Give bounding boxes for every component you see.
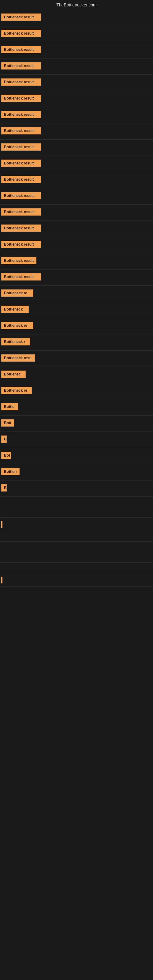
bottleneck-result-bar: Bottleneck result bbox=[1, 127, 41, 134]
bottleneck-result-bar: Bottleneck result bbox=[1, 224, 41, 232]
list-item: Bottleneck re bbox=[0, 318, 153, 334]
bottleneck-result-bar: B bbox=[1, 484, 7, 492]
list-item: Bottlenec bbox=[0, 367, 153, 383]
bottleneck-result-bar: Bottleneck bbox=[1, 305, 29, 313]
list-item: Bott bbox=[0, 415, 153, 432]
bottleneck-result-bar: Bot bbox=[1, 452, 11, 459]
list-item bbox=[0, 531, 153, 542]
list-item: Bottleneck result bbox=[0, 42, 153, 59]
list-item bbox=[0, 563, 153, 573]
bottleneck-result-bar: Bottleneck result bbox=[1, 257, 37, 264]
list-item: Bottleneck result bbox=[0, 221, 153, 237]
bottleneck-result-bar: Bottleneck r bbox=[1, 338, 30, 345]
list-item: Bottleneck result bbox=[0, 10, 153, 26]
small-indicator-bar bbox=[1, 577, 2, 584]
list-item: B bbox=[0, 480, 153, 497]
bottleneck-result-bar: Bottleneck result bbox=[1, 46, 41, 53]
bottleneck-result-bar: B bbox=[1, 436, 7, 443]
list-item: Bottleneck result bbox=[0, 140, 153, 156]
bottleneck-result-bar: Bottleneck result bbox=[1, 192, 41, 199]
bars-container: Bottleneck resultBottleneck resultBottle… bbox=[0, 10, 153, 587]
list-item bbox=[0, 517, 153, 531]
list-item: Bottleneck result bbox=[0, 26, 153, 42]
bottleneck-result-bar: Bottleneck result bbox=[1, 62, 41, 70]
bottleneck-result-bar: Bottle bbox=[1, 403, 18, 410]
list-item: Bottleneck bbox=[0, 302, 153, 318]
bottleneck-result-bar: Bottleneck result bbox=[1, 78, 41, 86]
list-item: Bottleneck result bbox=[0, 269, 153, 286]
list-item bbox=[0, 507, 153, 517]
list-item: Bottleneck result bbox=[0, 59, 153, 75]
bottleneck-result-bar: Bottleneck result bbox=[1, 111, 41, 118]
bottleneck-result-bar: Bottleneck result bbox=[1, 208, 41, 216]
bottleneck-result-bar: Bottlen bbox=[1, 468, 19, 475]
list-item: Bottleneck result bbox=[0, 156, 153, 172]
list-item bbox=[0, 542, 153, 552]
bottleneck-result-bar: Bottleneck result bbox=[1, 143, 41, 151]
bottleneck-result-bar: Bottleneck result bbox=[1, 159, 41, 167]
list-item: Bottleneck result bbox=[0, 188, 153, 205]
list-item: Bottleneck result bbox=[0, 172, 153, 188]
bottleneck-result-bar: Bottleneck result bbox=[1, 13, 41, 21]
site-header: TheBottlenecker.com bbox=[0, 0, 153, 10]
bottleneck-result-bar: Bottleneck re bbox=[1, 290, 33, 297]
bottleneck-result-bar: Bottleneck re bbox=[1, 322, 33, 329]
list-item: Bottleneck result bbox=[0, 75, 153, 91]
bottleneck-result-bar: Bottleneck re bbox=[1, 387, 32, 394]
list-item: Bottleneck result bbox=[0, 91, 153, 107]
list-item: Bot bbox=[0, 448, 153, 464]
list-item: Bottleneck r bbox=[0, 334, 153, 351]
list-item: Bottleneck resu bbox=[0, 351, 153, 367]
list-item: Bottleneck result bbox=[0, 107, 153, 123]
list-item: B bbox=[0, 432, 153, 448]
bottleneck-result-bar: Bottleneck result bbox=[1, 241, 41, 248]
list-item bbox=[0, 573, 153, 587]
list-item bbox=[0, 552, 153, 563]
list-item bbox=[0, 497, 153, 507]
bottleneck-result-bar: Bottleneck result bbox=[1, 176, 41, 183]
bottleneck-result-bar: Bottlenec bbox=[1, 371, 26, 378]
list-item: Bottle bbox=[0, 399, 153, 415]
list-item: Bottleneck re bbox=[0, 383, 153, 399]
list-item: Bottleneck result bbox=[0, 237, 153, 253]
list-item: Bottleneck result bbox=[0, 123, 153, 140]
bottleneck-result-bar: Bottleneck result bbox=[1, 95, 41, 102]
list-item: Bottleneck re bbox=[0, 286, 153, 302]
list-item: Bottleneck result bbox=[0, 205, 153, 221]
list-item: Bottlen bbox=[0, 464, 153, 480]
site-title: TheBottlenecker.com bbox=[0, 0, 153, 10]
bottleneck-result-bar: Bottleneck result bbox=[1, 30, 41, 37]
bottleneck-result-bar: Bott bbox=[1, 419, 14, 426]
bottleneck-result-bar: Bottleneck resu bbox=[1, 354, 35, 362]
small-indicator-bar bbox=[1, 521, 2, 528]
bottleneck-result-bar: Bottleneck result bbox=[1, 273, 41, 280]
list-item: Bottleneck result bbox=[0, 253, 153, 269]
